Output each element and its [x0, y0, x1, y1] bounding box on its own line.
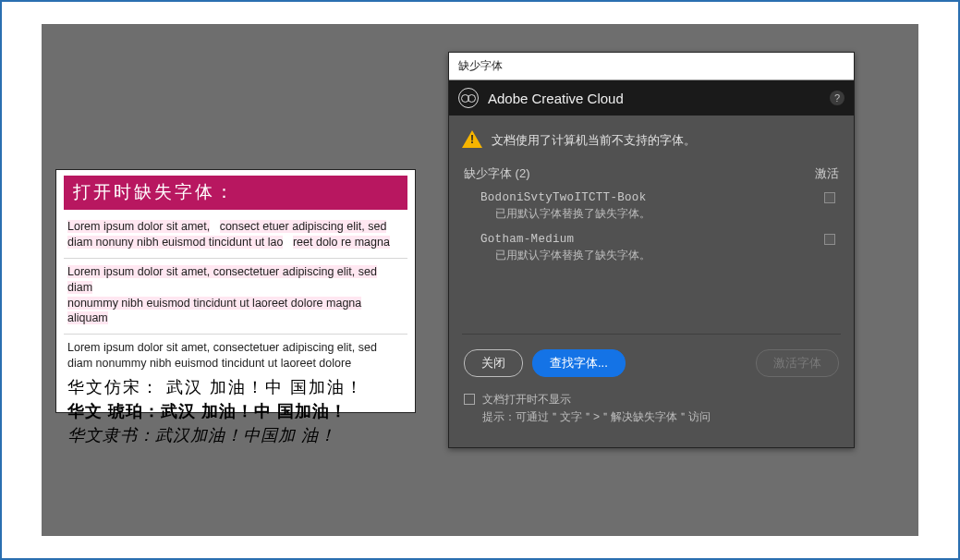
dialog-title: 缺少字体	[449, 53, 854, 80]
paragraph-2: Lorem ipsum dolor sit amet, consectetuer…	[64, 262, 407, 331]
close-button[interactable]: 关闭	[464, 349, 523, 377]
creative-cloud-title: Adobe Creative Cloud	[488, 91, 624, 106]
font-message: 已用默认字体替换了缺失字体。	[480, 246, 835, 263]
dont-show-label: 文档打开时不显示	[482, 392, 711, 408]
font-name: Gotham-Medium	[480, 233, 574, 246]
creative-cloud-bar: Adobe Creative Cloud ?	[449, 80, 854, 116]
app-stage: 打开时缺失字体： Lorem ipsum dolor sit amet, con…	[42, 24, 918, 536]
activate-checkbox[interactable]	[824, 234, 835, 245]
font-item: Gotham-Medium 已用默认字体替换了缺失字体。	[462, 229, 841, 271]
dont-show-checkbox[interactable]	[464, 394, 475, 405]
cn-line-3: 华文隶书：武汉加油！中国加 油！	[64, 423, 407, 447]
font-item: BodoniSvtyTwoITCTT-Book 已用默认字体替换了缺失字体。	[462, 188, 841, 229]
paragraph-1: Lorem ipsum dolor sit amet, consect etue…	[64, 217, 407, 254]
font-name: BodoniSvtyTwoITCTT-Book	[480, 191, 646, 204]
activate-header: 激活	[815, 165, 839, 182]
cn-line-1: 华文仿宋： 武汉 加油！中 国加油！	[64, 375, 407, 399]
activate-checkbox[interactable]	[824, 192, 835, 203]
hint-text: 提示：可通过＂文字＂>＂解决缺失字体＂访问	[482, 408, 711, 425]
doc-title: 打开时缺失字体：	[64, 176, 407, 210]
warning-icon	[462, 130, 482, 148]
help-icon[interactable]: ?	[830, 91, 845, 105]
document-preview: 打开时缺失字体： Lorem ipsum dolor sit amet, con…	[55, 169, 416, 413]
creative-cloud-icon	[458, 88, 479, 108]
missing-fonts-dialog: 缺少字体 Adobe Creative Cloud ? 文档使用了计算机当前不支…	[448, 52, 855, 448]
font-message: 已用默认字体替换了缺失字体。	[480, 204, 835, 222]
missing-fonts-header: 缺少字体 (2)	[464, 165, 530, 182]
find-fonts-button[interactable]: 查找字体...	[532, 349, 626, 377]
activate-fonts-button: 激活字体	[756, 349, 839, 377]
paragraph-3: Lorem ipsum dolor sit amet, consectetuer…	[64, 338, 407, 375]
cn-line-2: 华文 琥珀：武汉 加油！中 国加油！	[64, 399, 407, 423]
warning-text: 文档使用了计算机当前不支持的字体。	[492, 128, 696, 149]
